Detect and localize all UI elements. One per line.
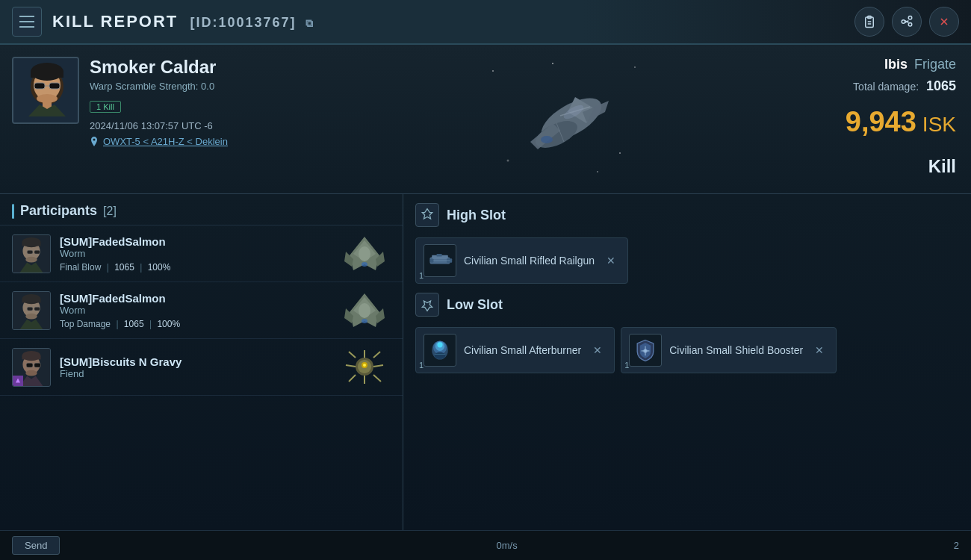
bottom-panels: Participants [2] xyxy=(0,194,971,530)
victim-avatar xyxy=(12,57,79,124)
low-slot-header: Low Slot xyxy=(415,293,959,321)
item-name: Civilian Small Shield Booster xyxy=(669,343,803,357)
svg-rect-51 xyxy=(34,307,40,311)
high-slot-title: High Slot xyxy=(447,208,506,223)
participant-name: [SUM]FadedSalmon xyxy=(60,235,329,248)
high-slot-header: High Slot xyxy=(415,203,959,231)
participant-ship: Worm xyxy=(60,248,329,259)
participants-title: Participants xyxy=(20,203,97,219)
list-item[interactable]: [SUM]Biscuits N Gravy Fiend xyxy=(0,339,403,396)
slots-panel: High Slot 1 xyxy=(403,194,971,530)
svg-line-72 xyxy=(373,375,381,382)
participants-count: [2] xyxy=(103,205,117,218)
copy-icon: ⧉ xyxy=(305,17,314,29)
participant-avatar xyxy=(12,234,51,273)
svg-point-93 xyxy=(643,349,647,352)
participant-ship-image xyxy=(338,290,391,331)
ship-class: Ibis Frigate xyxy=(884,57,956,72)
svg-point-45 xyxy=(362,262,367,267)
svg-point-18 xyxy=(492,70,494,72)
svg-line-71 xyxy=(373,365,383,367)
svg-point-23 xyxy=(597,171,598,172)
total-damage-row: Total damage: 1065 xyxy=(853,78,956,94)
svg-point-29 xyxy=(541,136,553,143)
svg-rect-38 xyxy=(34,250,40,254)
remove-item-button[interactable]: ✕ xyxy=(810,343,828,358)
item-icon xyxy=(629,334,662,367)
svg-rect-62 xyxy=(22,355,41,359)
item-icon xyxy=(424,244,456,277)
svg-point-39 xyxy=(25,256,37,262)
warp-scramble: Warp Scramble Strength: 0.0 xyxy=(90,81,347,92)
hamburger-line xyxy=(19,26,34,28)
victim-name: Smoker Caldar xyxy=(90,57,347,78)
svg-rect-12 xyxy=(31,72,63,78)
low-slot-section: Low Slot 1 xyxy=(415,293,959,373)
bottom-bar: Send 0m/s 2 xyxy=(0,530,971,560)
send-button[interactable]: Send xyxy=(12,536,60,555)
participant-info: [SUM]FadedSalmon Worm Top Damage | 1065 … xyxy=(60,292,329,329)
participant-stats: Top Damage | 1065 | 100% xyxy=(60,319,329,329)
svg-point-52 xyxy=(25,313,37,319)
count-display: 2 xyxy=(954,540,959,551)
svg-point-66 xyxy=(25,370,37,376)
remove-item-button[interactable]: ✕ xyxy=(602,253,620,268)
clipboard-button[interactable] xyxy=(854,7,884,37)
speed-display: 0m/s xyxy=(496,540,517,551)
slot-item: 1 xyxy=(415,327,615,373)
svg-line-70 xyxy=(373,352,380,358)
high-slot-items: 1 xyxy=(415,237,959,284)
svg-point-57 xyxy=(359,303,370,318)
hamburger-line xyxy=(19,21,34,22)
participant-name: [SUM]FadedSalmon xyxy=(60,292,329,305)
participant-ship: Fiend xyxy=(60,368,329,379)
svg-line-74 xyxy=(349,375,356,382)
item-name: Civilian Small Afterburner xyxy=(464,343,581,357)
hamburger-menu[interactable] xyxy=(12,7,42,37)
list-item[interactable]: [SUM]FadedSalmon Worm Top Damage | 1065 … xyxy=(0,282,403,339)
svg-rect-36 xyxy=(22,242,41,246)
remove-item-button[interactable]: ✕ xyxy=(589,343,607,358)
hamburger-line xyxy=(19,16,34,17)
timestamp: 2024/11/06 13:07:57 UTC -6 xyxy=(90,120,347,131)
participants-header: Participants [2] xyxy=(0,194,403,225)
participant-avatar xyxy=(12,348,51,387)
svg-point-21 xyxy=(507,159,509,161)
isk-row: 9,943 ISK xyxy=(846,102,956,138)
participant-name: [SUM]Biscuits N Gravy xyxy=(60,355,329,368)
item-icon xyxy=(424,334,456,367)
list-item[interactable]: [SUM]FadedSalmon Worm Final Blow | 1065 … xyxy=(0,225,403,282)
section-bar xyxy=(12,204,14,219)
participant-ship: Worm xyxy=(60,305,329,316)
ship-display xyxy=(359,45,777,193)
location-text: OWXT-5 < A21H-Z < Deklein xyxy=(103,136,228,147)
svg-point-22 xyxy=(552,63,553,64)
svg-rect-49 xyxy=(22,299,41,302)
item-name: Civilian Small Rifled Railgun xyxy=(464,254,595,267)
participant-ship-image xyxy=(338,233,391,274)
svg-line-75 xyxy=(346,365,356,367)
victim-info: Smoker Caldar Warp Scramble Strength: 0.… xyxy=(0,45,359,193)
svg-point-89 xyxy=(435,352,445,359)
low-slot-icon xyxy=(415,293,439,317)
svg-point-58 xyxy=(362,319,367,323)
svg-point-20 xyxy=(619,152,621,154)
svg-rect-14 xyxy=(49,83,60,89)
main-content: Smoker Caldar Warp Scramble Strength: 0.… xyxy=(0,45,971,560)
top-panel: Smoker Caldar Warp Scramble Strength: 0.… xyxy=(0,45,971,194)
header-actions xyxy=(854,7,959,37)
participants-panel: Participants [2] xyxy=(0,194,403,530)
participant-info: [SUM]FadedSalmon Worm Final Blow | 1065 … xyxy=(60,235,329,273)
svg-rect-64 xyxy=(34,363,41,367)
ship-image xyxy=(486,56,650,183)
slot-item: 1 xyxy=(415,237,628,284)
victim-details: Smoker Caldar Warp Scramble Strength: 0.… xyxy=(90,57,347,181)
svg-rect-13 xyxy=(34,83,45,89)
location-link[interactable]: OWXT-5 < A21H-Z < Deklein xyxy=(90,136,347,147)
close-button[interactable] xyxy=(929,7,959,37)
low-slot-title: Low Slot xyxy=(447,297,503,313)
share-button[interactable] xyxy=(892,7,922,37)
svg-rect-37 xyxy=(27,250,33,254)
high-slot-icon xyxy=(415,203,439,227)
participant-info: [SUM]Biscuits N Gravy Fiend xyxy=(60,355,329,379)
